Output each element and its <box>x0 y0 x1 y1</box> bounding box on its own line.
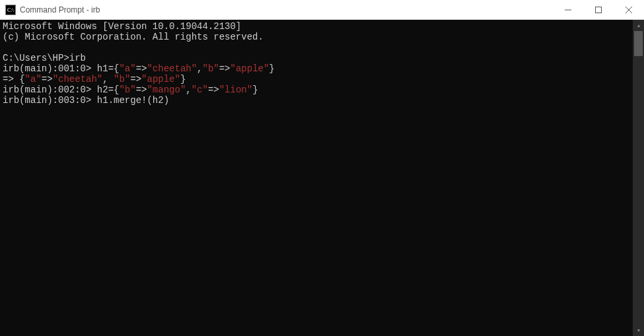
irb-line-2: irb(main):002:0> h2={"b"=>"mango","c"=>"… <box>3 84 630 95</box>
scroll-up-arrow-icon[interactable]: ▴ <box>633 20 644 31</box>
scroll-thumb[interactable] <box>634 31 643 56</box>
banner-line-1: Microsoft Windows [Version 10.0.19044.21… <box>3 21 630 32</box>
irb-line-3: irb(main):003:0> h1.merge!(h2) <box>3 95 630 106</box>
scroll-down-arrow-icon[interactable]: ▾ <box>633 325 644 336</box>
svg-text:C:\: C:\ <box>7 7 15 13</box>
cmd-icon: C:\ <box>5 5 16 15</box>
minimize-button[interactable] <box>553 0 583 20</box>
close-button[interactable] <box>614 0 644 20</box>
cwd-line: C:\Users\HP>irb <box>3 53 630 63</box>
svg-rect-3 <box>596 7 602 13</box>
titlebar: C:\ Command Prompt - irb <box>0 0 644 20</box>
window-title: Command Prompt - irb <box>20 5 100 15</box>
terminal-output[interactable]: Microsoft Windows [Version 10.0.19044.21… <box>0 20 633 336</box>
terminal-area: Microsoft Windows [Version 10.0.19044.21… <box>0 20 644 336</box>
vertical-scrollbar[interactable]: ▴ ▾ <box>633 20 644 336</box>
banner-line-2: (c) Microsoft Corporation. All rights re… <box>3 32 630 42</box>
irb-line-1: irb(main):001:0> h1={"a"=>"cheetah","b"=… <box>3 63 630 74</box>
irb-result-1: => {"a"=>"cheetah", "b"=>"apple"} <box>3 74 630 84</box>
maximize-button[interactable] <box>583 0 614 20</box>
blank-line <box>3 42 630 53</box>
